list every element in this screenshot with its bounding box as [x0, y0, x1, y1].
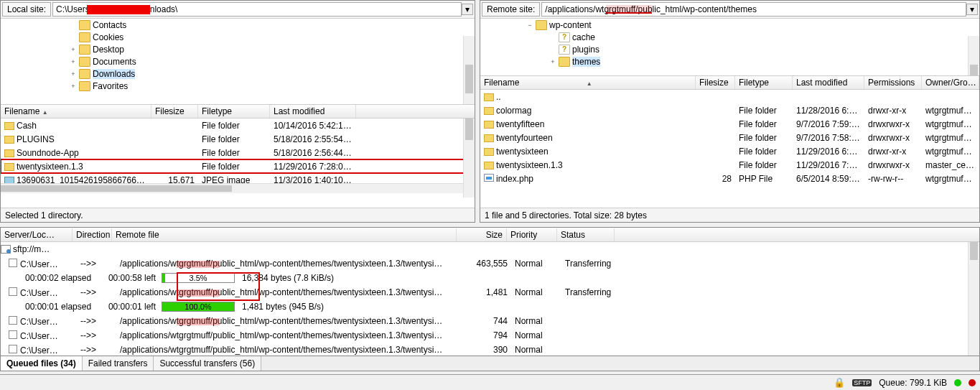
- folder-icon: [79, 81, 90, 91]
- queue-item[interactable]: C:\User…-->>/applications/wtgrgtmuff/pub…: [1, 343, 979, 356]
- queue-cell: 1,481: [461, 287, 511, 298]
- file-row[interactable]: colormagFile folder11/28/2016 6:0…drwxr-…: [480, 103, 979, 117]
- column-header[interactable]: Filetype: [735, 76, 793, 89]
- file-row[interactable]: ..: [480, 90, 979, 103]
- remote-file-list[interactable]: Filename ▲FilesizeFiletypeLast modifiedP…: [480, 76, 979, 208]
- queue-item[interactable]: C:\User…-->>/applications/wtgrgtmuff/pub…: [1, 256, 979, 271]
- queue-item[interactable]: C:\User…-->>/applications/wtgrgtmuff/pub…: [1, 285, 979, 300]
- queue-tab[interactable]: Successful transfers (56): [154, 356, 261, 371]
- tree-item-label: Desktop: [93, 45, 124, 55]
- tree-expander-icon[interactable]: +: [70, 83, 77, 90]
- tree-expander-icon[interactable]: +: [549, 58, 556, 65]
- queue-item[interactable]: C:\User…-->>/applications/wtgrgtmuff/pub…: [1, 328, 979, 343]
- column-header[interactable]: Filename ▲: [1, 105, 151, 118]
- folder-icon: [79, 32, 90, 42]
- column-header[interactable]: Server/Loc…: [1, 228, 73, 241]
- queue-cell: Normal: [511, 258, 561, 269]
- column-header[interactable]: Direction: [73, 228, 112, 241]
- file-row[interactable]: twentyfourteenFile folder9/7/2016 7:58:5…: [480, 131, 979, 144]
- column-header[interactable]: Owner/Gro…: [922, 76, 979, 89]
- local-path-dropdown-icon[interactable]: ▾: [462, 4, 473, 15]
- file-cell: 9/7/2016 7:59:0…: [793, 119, 864, 130]
- tree-expander-icon[interactable]: +: [70, 58, 77, 65]
- local-folder-tree[interactable]: ContactsCookies+Desktop+Documents+Downlo…: [1, 19, 475, 105]
- column-header[interactable]: Last modified: [270, 105, 356, 118]
- folder-icon: [484, 107, 494, 115]
- column-header[interactable]: Size: [457, 228, 507, 241]
- file-row[interactable]: twentysixteen.1.3File folder11/29/2016 7…: [1, 159, 475, 173]
- file-cell: drwxr-xr-x: [864, 146, 922, 157]
- local-file-list[interactable]: Filename ▲FilesizeFiletypeLast modified …: [1, 105, 475, 208]
- tree-item[interactable]: +themes: [480, 55, 979, 68]
- file-row[interactable]: index.php28PHP File6/5/2014 8:59:1…-rw-r…: [480, 172, 979, 185]
- progress-bar: 100.0%: [162, 302, 235, 312]
- file-row[interactable]: twentyfifteenFile folder9/7/2016 7:59:0……: [480, 117, 979, 131]
- folder-icon: [4, 149, 14, 157]
- tree-expander-icon[interactable]: +: [70, 70, 77, 78]
- checkbox-icon[interactable]: [9, 345, 17, 353]
- file-row[interactable]: Soundnode-AppFile folder5/18/2016 2:56:4…: [1, 146, 475, 159]
- scrollbar-icon[interactable]: [968, 242, 979, 356]
- column-header[interactable]: Permissions: [864, 76, 922, 89]
- local-path-bar: Local site: ▾: [1, 1, 475, 19]
- tree-item[interactable]: Contacts: [1, 19, 475, 31]
- file-cell: 5/18/2016 2:55:54 …: [270, 134, 356, 145]
- checkbox-icon[interactable]: [9, 259, 17, 267]
- file-cell: colormag: [480, 105, 696, 116]
- file-row[interactable]: PLUGINSFile folder5/18/2016 2:55:54 …: [1, 132, 475, 146]
- scrollbar-icon[interactable]: [463, 119, 475, 198]
- remote-folder-tree[interactable]: −wp-content?cache?plugins+themes: [480, 19, 979, 76]
- checkbox-icon[interactable]: [9, 316, 17, 325]
- column-header[interactable]: Priority: [507, 228, 557, 241]
- checkbox-icon[interactable]: [9, 330, 17, 339]
- column-header[interactable]: Status: [557, 228, 615, 241]
- tree-item[interactable]: +Desktop: [1, 43, 475, 55]
- tree-item-label: Favorites: [93, 81, 128, 91]
- queue-item[interactable]: C:\User…-->>/applications/wtgrgtmuff/pub…: [1, 314, 979, 328]
- scrollbar-icon[interactable]: [968, 36, 979, 75]
- file-row[interactable]: twentysixteenFile folder11/29/2016 6:3…d…: [480, 144, 979, 158]
- queue-cell: [561, 335, 619, 336]
- remote-path-dropdown-icon[interactable]: ▾: [966, 4, 978, 15]
- queue-cell: -->>: [77, 315, 116, 327]
- tree-expander-icon[interactable]: −: [526, 22, 533, 29]
- tree-item[interactable]: −wp-content: [480, 19, 979, 31]
- folder-icon: [484, 148, 494, 156]
- file-row[interactable]: CashFile folder10/14/2016 5:42:15…: [1, 119, 475, 132]
- folder-icon: [484, 162, 494, 170]
- column-header[interactable]: Filetype: [198, 105, 270, 118]
- file-cell: wtgrgtmuf…: [922, 146, 979, 157]
- tree-expander-icon[interactable]: +: [70, 46, 77, 53]
- tree-item[interactable]: +Favorites: [1, 80, 475, 92]
- scrollbar-icon[interactable]: [1, 183, 463, 193]
- tree-item[interactable]: ?plugins: [480, 43, 979, 55]
- tree-item[interactable]: ?cache: [480, 31, 979, 43]
- column-header[interactable]: Filename ▲: [480, 76, 696, 89]
- scrollbar-icon[interactable]: [463, 36, 475, 104]
- tree-item[interactable]: +Downloads: [1, 68, 475, 80]
- queue-server-label: sftp://m…: [13, 244, 50, 254]
- file-row[interactable]: twentysixteen.1.3File folder11/29/2016 7…: [480, 158, 979, 172]
- folder-icon: [484, 134, 494, 142]
- queue-cell: -->>: [77, 344, 116, 356]
- tree-item[interactable]: Cookies: [1, 31, 475, 43]
- queue-tab[interactable]: Queued files (34): [1, 356, 83, 371]
- queue-cell: [561, 349, 619, 350]
- file-cell: -rw-rw-r--: [864, 173, 922, 185]
- server-icon: [1, 245, 11, 254]
- progress-bar: 3.5%: [162, 273, 235, 283]
- tree-item[interactable]: +Documents: [1, 55, 475, 68]
- tree-item-label: Cookies: [93, 32, 123, 42]
- queue-server-row[interactable]: sftp://m…: [1, 242, 979, 256]
- column-header[interactable]: Filesize: [151, 105, 198, 118]
- column-header[interactable]: Remote file: [112, 228, 457, 241]
- activity-led-icon: [969, 379, 976, 386]
- file-cell: [696, 110, 735, 111]
- column-header[interactable]: Last modified: [793, 76, 864, 89]
- local-site-label: Local site:: [2, 2, 51, 17]
- column-header[interactable]: Filesize: [696, 76, 735, 89]
- queue-tab[interactable]: Failed transfers: [83, 356, 154, 371]
- checkbox-icon[interactable]: [9, 287, 17, 296]
- file-cell: File folder: [198, 120, 270, 131]
- queue-tabs: Queued files (34)Failed transfersSuccess…: [0, 356, 980, 371]
